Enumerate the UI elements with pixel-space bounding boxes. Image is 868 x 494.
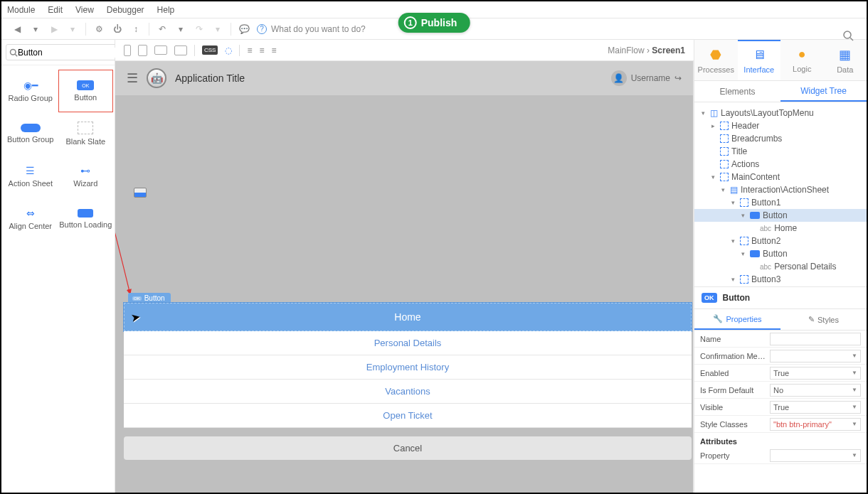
menu-edit[interactable]: Edit <box>48 5 63 15</box>
align-left-icon[interactable]: ≡ <box>247 45 252 55</box>
redo-icon[interactable]: ↷ <box>194 23 205 35</box>
user-area[interactable]: 👤 Username ↪ <box>611 70 682 86</box>
global-search-icon[interactable] <box>842 30 854 43</box>
menu-debugger[interactable]: Debugger <box>107 5 144 15</box>
tree-row[interactable]: ▾Button <box>694 247 867 260</box>
subtab-elements[interactable]: Elements <box>694 81 780 102</box>
tree-row[interactable]: Actions <box>694 158 867 171</box>
menu-help[interactable]: Help <box>157 5 175 15</box>
dropdown-icon[interactable]: ▼ <box>852 370 857 376</box>
plug-icon[interactable]: ⏻ <box>112 23 123 35</box>
proptab-properties[interactable]: 🔧Properties <box>694 309 780 330</box>
menu-view[interactable]: View <box>75 5 94 15</box>
undo-icon[interactable]: ↶ <box>157 23 168 35</box>
tree-row[interactable]: Breadcrumbs <box>694 132 867 145</box>
device-tablet-land-icon[interactable] <box>154 45 167 55</box>
undo-dd-icon[interactable]: ▾ <box>175 23 186 35</box>
proptab-styles[interactable]: ✎Styles <box>780 309 867 330</box>
tab-processes[interactable]: ⬣Processes <box>694 40 738 80</box>
palette-action-sheet[interactable]: ☰Action Sheet <box>3 155 58 198</box>
subtab-widget-tree[interactable]: Widget Tree <box>780 81 867 102</box>
tab-logic[interactable]: ●Logic <box>780 40 824 80</box>
canvas-widget-placeholder[interactable] <box>134 188 147 198</box>
action-sheet-item[interactable]: Employment History <box>124 355 692 380</box>
prop-label: Name <box>700 335 766 343</box>
device-desktop-icon[interactable] <box>174 45 187 55</box>
nav-fwd-dd-icon[interactable]: ▾ <box>67 23 78 35</box>
tree-twisty-icon[interactable]: ▾ <box>739 250 747 257</box>
prop-field[interactable]: ▼ <box>770 449 861 462</box>
publish-button[interactable]: 1 Publish <box>398 13 470 33</box>
palette-wizard[interactable]: ⊷Wizard <box>58 155 114 198</box>
tree-row[interactable]: abcPersonal Details <box>694 260 867 273</box>
hamburger-icon[interactable]: ☰ <box>127 70 138 86</box>
tree-label: MainContent <box>731 172 780 182</box>
tree-row[interactable]: ▾Button <box>694 209 867 222</box>
logout-icon[interactable]: ↪ <box>674 73 682 83</box>
redo-dd-icon[interactable]: ▾ <box>212 23 223 35</box>
css-badge[interactable]: CSS <box>202 45 218 55</box>
dropdown-icon[interactable]: ▼ <box>852 387 857 393</box>
refresh-icon[interactable]: ◌ <box>225 45 232 55</box>
align-right-icon[interactable]: ≡ <box>271 45 276 55</box>
tree-twisty-icon[interactable]: ▾ <box>719 186 727 193</box>
tree-twisty-icon[interactable]: ▾ <box>739 212 747 219</box>
tree-row[interactable]: abcHome <box>694 222 867 235</box>
app-logo-icon <box>147 68 166 88</box>
tree-row[interactable]: ▸Header <box>694 119 867 132</box>
action-sheet-cancel[interactable]: Cancel <box>124 436 692 460</box>
widget-tree[interactable]: ▾◫Layouts\LayoutTopMenu▸HeaderBreadcrumb… <box>694 102 867 287</box>
action-sheet-primary[interactable]: Home <box>124 303 692 331</box>
palette-radio-group[interactable]: ◉━Radio Group <box>3 70 58 112</box>
chat-icon[interactable]: 💬 <box>238 23 250 35</box>
prop-field[interactable]: True▼ <box>770 367 861 380</box>
dropdown-icon[interactable]: ▼ <box>852 353 857 359</box>
nav-back-dd-icon[interactable]: ▾ <box>30 23 41 35</box>
ask-help[interactable]: ? What do you want to do? <box>257 24 366 34</box>
tree-row[interactable]: ▾Button2 <box>694 235 867 247</box>
tree-row[interactable]: ▾Button1 <box>694 196 867 209</box>
widget-search-input[interactable] <box>18 48 125 58</box>
placeholder-icon <box>740 237 748 245</box>
tree-row[interactable]: ▾Button3 <box>694 273 867 286</box>
gear-icon[interactable]: ⚙ <box>93 23 105 35</box>
action-sheet-item[interactable]: Personal Details <box>124 331 692 355</box>
compare-icon[interactable]: ↕ <box>130 23 142 35</box>
radio-icon: ◉━ <box>23 80 38 91</box>
tree-twisty-icon[interactable]: ▾ <box>709 173 717 181</box>
prop-field[interactable]: No▼ <box>770 384 861 397</box>
breadcrumb[interactable]: MainFlow › Screen1 <box>608 45 685 55</box>
tree-twisty-icon[interactable]: ▾ <box>729 199 737 206</box>
palette-blank-slate[interactable]: Blank Slate <box>58 112 114 155</box>
nav-back-icon[interactable]: ◀ <box>11 23 23 35</box>
tree-row[interactable]: ▾MainContent <box>694 171 867 183</box>
tree-twisty-icon[interactable]: ▾ <box>729 237 737 245</box>
nav-fwd-icon[interactable]: ▶ <box>48 23 60 35</box>
tab-interface[interactable]: 🖥Interface <box>738 40 781 80</box>
tree-row[interactable]: Title <box>694 145 867 158</box>
tree-twisty-icon[interactable]: ▾ <box>699 109 707 117</box>
prop-field[interactable] <box>770 333 861 345</box>
canvas-frame[interactable]: ☰ Application Title 👤 Username ↪ Button … <box>115 61 694 493</box>
tree-twisty-icon[interactable]: ▾ <box>729 276 737 283</box>
palette-button-group[interactable]: Button Group <box>3 112 58 155</box>
device-phone-icon[interactable] <box>124 45 131 56</box>
device-tablet-icon[interactable] <box>138 45 147 56</box>
menu-module[interactable]: Module <box>7 5 35 15</box>
action-sheet-item[interactable]: Open Ticket <box>124 404 692 428</box>
prop-field[interactable]: ▼ <box>770 350 861 363</box>
align-center-text-icon[interactable]: ≡ <box>259 45 264 55</box>
tree-row[interactable]: ▾◫Layouts\LayoutTopMenu <box>694 107 867 119</box>
dropdown-icon[interactable]: ▼ <box>852 404 857 410</box>
palette-align-center[interactable]: ⇔Align Center <box>3 198 58 240</box>
prop-field[interactable]: "btn btn-primary"▼ <box>770 418 861 431</box>
dropdown-icon[interactable]: ▼ <box>852 421 857 427</box>
palette-button-loading[interactable]: Button Loading <box>58 198 114 240</box>
palette-button[interactable]: OKButton <box>58 70 114 112</box>
tab-data[interactable]: ▦Data <box>824 40 867 80</box>
prop-field[interactable]: True▼ <box>770 401 861 414</box>
dropdown-icon[interactable]: ▼ <box>852 452 857 458</box>
tree-row[interactable]: ▾▤Interaction\ActionSheet <box>694 183 867 196</box>
tree-twisty-icon[interactable]: ▸ <box>709 122 717 129</box>
action-sheet-item[interactable]: Vacantions <box>124 380 692 404</box>
